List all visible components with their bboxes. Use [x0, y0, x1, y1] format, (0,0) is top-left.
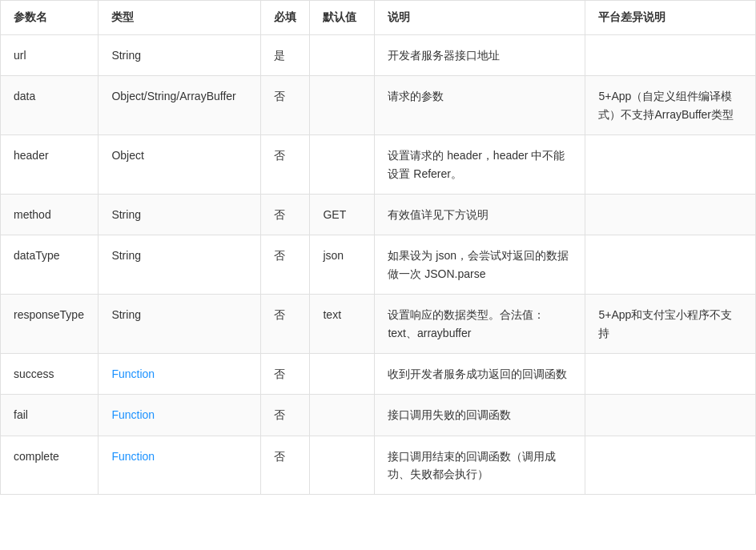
cell-param: method: [1, 194, 99, 235]
cell-default: [310, 395, 375, 436]
cell-default: [310, 436, 375, 495]
cell-default: text: [310, 295, 375, 354]
cell-required: 否: [260, 194, 310, 235]
cell-param: complete: [1, 436, 99, 495]
cell-platform: [585, 395, 756, 436]
cell-param: url: [1, 35, 99, 76]
table-row: urlString是开发者服务器接口地址: [1, 35, 756, 76]
cell-required: 否: [260, 295, 310, 354]
table-row: failFunction否接口调用失败的回调函数: [1, 395, 756, 436]
cell-param: data: [1, 76, 99, 135]
table-row: dataObject/String/ArrayBuffer否请求的参数5+App…: [1, 76, 756, 135]
cell-platform: [585, 35, 756, 76]
cell-required: 否: [260, 235, 310, 295]
cell-platform: 5+App（自定义组件编译模式）不支持ArrayBuffer类型: [585, 76, 756, 135]
cell-desc: 收到开发者服务成功返回的回调函数: [375, 353, 585, 394]
cell-type: Function: [99, 436, 260, 495]
cell-param: success: [1, 353, 99, 394]
cell-desc: 如果设为 json，会尝试对返回的数据做一次 JSON.parse: [375, 235, 585, 295]
table-row: completeFunction否接口调用结束的回调函数（调用成功、失败都会执行…: [1, 436, 756, 495]
cell-default: [310, 35, 375, 76]
api-params-table: 参数名 类型 必填 默认值 说明 平台差异说明 urlString是开发者服务器…: [0, 0, 756, 495]
cell-param: responseType: [1, 295, 99, 354]
header-required: 必填: [260, 1, 310, 35]
cell-desc: 请求的参数: [375, 76, 585, 135]
header-desc: 说明: [375, 1, 585, 35]
cell-default: GET: [310, 194, 375, 235]
cell-desc: 设置响应的数据类型。合法值：text、arraybuffer: [375, 295, 585, 354]
cell-default: json: [310, 235, 375, 295]
cell-required: 否: [260, 353, 310, 394]
cell-required: 否: [260, 76, 310, 135]
table-row: dataTypeString否json如果设为 json，会尝试对返回的数据做一…: [1, 235, 756, 295]
table-row: successFunction否收到开发者服务成功返回的回调函数: [1, 353, 756, 394]
cell-type: String: [99, 235, 260, 295]
cell-desc: 开发者服务器接口地址: [375, 35, 585, 76]
cell-platform: [585, 135, 756, 195]
header-type: 类型: [99, 1, 260, 35]
cell-type: Object/String/ArrayBuffer: [99, 76, 260, 135]
cell-platform: [585, 235, 756, 295]
cell-required: 否: [260, 135, 310, 195]
cell-param: dataType: [1, 235, 99, 295]
cell-platform: [585, 353, 756, 394]
table-row: responseTypeString否text设置响应的数据类型。合法值：tex…: [1, 295, 756, 354]
cell-default: [310, 353, 375, 394]
table-row: methodString否GET有效值详见下方说明: [1, 194, 756, 235]
table-row: headerObject否设置请求的 header，header 中不能设置 R…: [1, 135, 756, 195]
cell-desc: 设置请求的 header，header 中不能设置 Referer。: [375, 135, 585, 195]
cell-platform: 5+App和支付宝小程序不支持: [585, 295, 756, 354]
cell-platform: [585, 436, 756, 495]
cell-required: 否: [260, 436, 310, 495]
cell-desc: 有效值详见下方说明: [375, 194, 585, 235]
cell-type: String: [99, 194, 260, 235]
cell-default: [310, 135, 375, 195]
cell-type: Function: [99, 395, 260, 436]
cell-required: 是: [260, 35, 310, 76]
cell-platform: [585, 194, 756, 235]
cell-type: Function: [99, 353, 260, 394]
cell-default: [310, 76, 375, 135]
header-platform: 平台差异说明: [585, 1, 756, 35]
cell-required: 否: [260, 395, 310, 436]
header-param: 参数名: [1, 1, 99, 35]
cell-param: fail: [1, 395, 99, 436]
cell-type: String: [99, 35, 260, 76]
cell-type: String: [99, 295, 260, 354]
cell-type: Object: [99, 135, 260, 195]
header-default: 默认值: [310, 1, 375, 35]
table-header-row: 参数名 类型 必填 默认值 说明 平台差异说明: [1, 1, 756, 35]
cell-param: header: [1, 135, 99, 195]
cell-desc: 接口调用失败的回调函数: [375, 395, 585, 436]
cell-desc: 接口调用结束的回调函数（调用成功、失败都会执行）: [375, 436, 585, 495]
